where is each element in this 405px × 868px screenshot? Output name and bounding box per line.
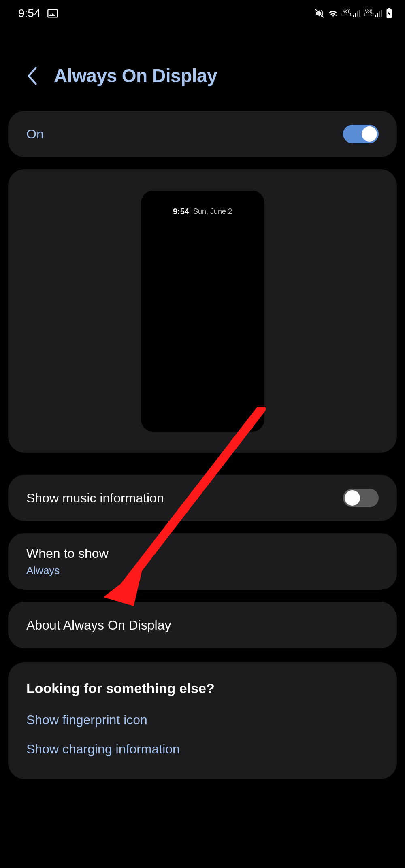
svg-rect-2 [388, 8, 390, 9]
preview-card: 9:54 Sun, June 2 [8, 169, 397, 453]
sim1-indicator: Vo)) LTE1 [341, 9, 360, 17]
charging-info-link[interactable]: Show charging information [26, 742, 379, 757]
music-info-label: Show music information [26, 491, 164, 506]
music-info-toggle[interactable] [343, 489, 379, 507]
fingerprint-link[interactable]: Show fingerprint icon [26, 713, 379, 728]
looking-title: Looking for something else? [26, 681, 379, 696]
wifi-icon [328, 9, 338, 18]
sim1-lte: LTE1 [341, 13, 352, 17]
gallery-icon [47, 8, 59, 19]
preview-date: Sun, June 2 [193, 207, 232, 216]
page-title: Always On Display [54, 65, 217, 87]
looking-section: Looking for something else? Show fingerp… [8, 662, 397, 779]
status-bar-right: Vo)) LTE1 Vo)) LTE2 [315, 8, 393, 19]
about-label: About Always On Display [26, 618, 171, 633]
phone-preview-mockup: 9:54 Sun, June 2 [141, 191, 264, 432]
signal-bars-1-icon [353, 9, 360, 17]
sim2-lte: LTE2 [364, 13, 374, 17]
on-toggle[interactable] [343, 125, 379, 143]
when-to-show-value: Always [26, 564, 379, 577]
signal-bars-2-icon [375, 9, 382, 17]
header: Always On Display [0, 26, 405, 111]
about-card[interactable]: About Always On Display [8, 602, 397, 648]
on-label: On [26, 127, 44, 142]
status-time: 9:54 [18, 7, 40, 20]
when-to-show-label: When to show [26, 546, 379, 561]
status-bar: 9:54 Vo)) LTE1 Vo)) [0, 0, 405, 26]
vibrate-mute-icon [315, 9, 324, 18]
when-to-show-card[interactable]: When to show Always [8, 533, 397, 590]
sim2-indicator: Vo)) LTE2 [364, 9, 382, 17]
on-toggle-card: On [8, 111, 397, 157]
battery-charging-icon [386, 8, 393, 19]
back-button[interactable] [26, 67, 38, 85]
status-bar-left: 9:54 [18, 7, 59, 20]
preview-time: 9:54 [173, 207, 189, 216]
music-info-card: Show music information [8, 475, 397, 521]
